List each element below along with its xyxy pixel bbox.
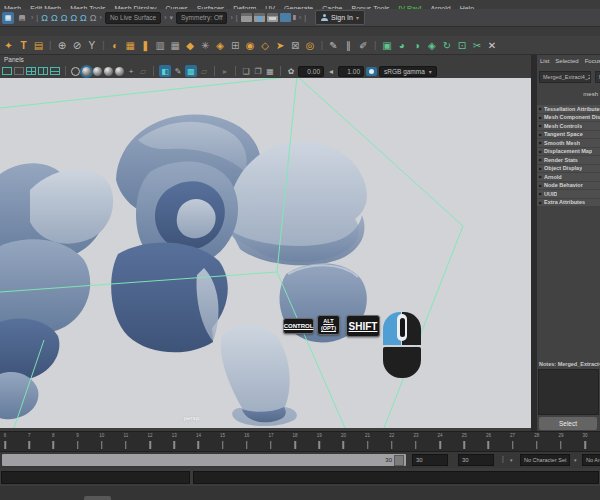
boolean-difference-icon[interactable]: ◕ (395, 38, 408, 53)
ae-menu-focus[interactable]: Focus (585, 58, 600, 64)
grease-pencil-icon[interactable]: ▱ (199, 67, 209, 76)
ae-section-uuid[interactable]: ▶UUID (537, 190, 600, 198)
ae-menu-selected[interactable]: Selected (555, 58, 578, 64)
shadows-icon[interactable] (115, 67, 124, 76)
exposure-field[interactable]: 0.00 (298, 66, 324, 77)
snap-to-view-plane-icon[interactable]: Ω (80, 12, 87, 24)
chevron-down-icon[interactable]: ▾ (510, 457, 513, 463)
isolate-select-icon[interactable]: ◧ (159, 65, 171, 77)
range-slider-bar[interactable]: 30 (2, 454, 406, 466)
ae-menu-list[interactable]: List (540, 58, 549, 64)
joint-tool-icon[interactable]: ⊕ (55, 38, 68, 53)
mash-drop-icon[interactable]: ◆ (184, 38, 197, 53)
single-pane-layout-icon[interactable] (2, 67, 12, 75)
menu-item[interactable]: Curves (166, 2, 188, 10)
mash-dynamics-icon[interactable]: ❚ (139, 38, 152, 53)
chevron-down-icon[interactable]: ▾ (170, 14, 174, 22)
bookmark-add-icon[interactable]: ❐ (253, 67, 263, 76)
menu-item[interactable]: Edit Mesh (30, 2, 61, 10)
sketch-curve-icon[interactable]: ✐ (357, 38, 370, 53)
group-collapse-icon[interactable]: › (31, 14, 33, 21)
menu-item[interactable]: Bonus Tools (351, 2, 389, 10)
ae-section-tessellation-attributes[interactable]: ▶Tessellation Attributes (537, 105, 600, 113)
character-set-dropdown[interactable]: No Character Set (520, 454, 570, 466)
make-live-icon[interactable]: Ω (90, 12, 97, 24)
ae-section-node-behavior[interactable]: ▶Node Behavior (537, 182, 600, 190)
bookmark-icon[interactable]: ❏ (241, 67, 251, 76)
symmetry-field[interactable]: Symmetry: Off (176, 12, 227, 24)
chevron-right-icon[interactable]: › (230, 14, 232, 21)
live-surface-field[interactable]: No Live Surface (105, 12, 161, 24)
menu-item[interactable]: Help (460, 2, 474, 10)
mash-frame-icon[interactable]: ⊠ (289, 38, 302, 53)
xray-mode-icon[interactable]: ▱ (138, 67, 148, 76)
skeleton-icon[interactable]: Y (85, 38, 98, 53)
ae-tab[interactable]: Merged_Extract4_2 (539, 71, 591, 83)
shaded-mode-icon[interactable] (82, 67, 91, 76)
delete-component-icon[interactable]: ✕ (485, 38, 498, 53)
time-slider[interactable]: 6789101112131415161718192021222324252627… (0, 431, 600, 452)
boolean-union-icon[interactable]: ▣ (380, 38, 393, 53)
four-pane-layout-icon[interactable] (26, 67, 36, 75)
camera-select-icon[interactable]: ▸ (220, 67, 230, 76)
select-by-object-icon[interactable]: ▦ (2, 12, 14, 24)
mash-world-icon[interactable]: ◎ (304, 38, 317, 53)
multi-cut-icon[interactable]: ✂ (470, 38, 483, 53)
texture-view-icon[interactable]: ▩ (185, 65, 197, 77)
mash-repro-icon[interactable]: ▦ (169, 38, 182, 53)
mash-grid-icon[interactable]: ▥ (154, 38, 167, 53)
mash-transform-icon[interactable]: ◇ (259, 38, 272, 53)
exposure-icon[interactable]: ✿ (286, 67, 296, 76)
mash-network-icon[interactable]: ◐ (109, 38, 122, 53)
ae-section-object-display[interactable]: ▶Object Display (537, 165, 600, 173)
ae-section-arnold[interactable]: ▶Arnold (537, 173, 600, 181)
chevron-down-icon[interactable]: ▾ (574, 457, 577, 463)
chevron-right-icon[interactable]: › (100, 14, 102, 21)
group-collapse-icon[interactable]: › (164, 14, 166, 21)
paint-mode-icon[interactable]: ✎ (173, 67, 183, 76)
playback-end-field[interactable]: 30 (412, 454, 448, 466)
ae-section-extra-attributes[interactable]: ▶Extra Attributes (537, 199, 600, 207)
remesh-icon[interactable]: ◈ (425, 38, 438, 53)
snap-to-point-icon[interactable]: Ω (61, 12, 68, 24)
menu-item[interactable]: Arnold (430, 2, 450, 10)
menu-item[interactable]: Mesh Tools (70, 2, 105, 10)
ae-section-displacement-map[interactable]: ▶Displacement Map (537, 148, 600, 156)
pause-icon[interactable]: ‖ (293, 13, 296, 22)
ipr-render-icon[interactable] (254, 13, 265, 22)
ik-handle-tool-icon[interactable]: ⊘ (70, 38, 83, 53)
select-by-component-icon[interactable]: ▤ (16, 12, 28, 24)
shaded-textured-mode-icon[interactable] (93, 67, 102, 76)
menu-item[interactable]: Surfaces (197, 2, 225, 10)
two-pane-layout-icon[interactable] (14, 67, 24, 75)
command-line-input[interactable] (1, 471, 190, 484)
curve-pencil-icon[interactable]: ✎ (327, 38, 340, 53)
menu-item[interactable]: Mesh Display (115, 2, 157, 10)
gamma-icon[interactable]: ◂ (326, 67, 336, 76)
mash-flow-icon[interactable]: ➤ (274, 38, 287, 53)
ae-select-button[interactable]: Select (539, 417, 597, 430)
sign-in-button[interactable]: Sign In ▾ (315, 10, 365, 25)
menu-item[interactable]: Cache (322, 2, 342, 10)
gamma-toggle-icon[interactable] (366, 67, 377, 76)
render-settings-icon[interactable] (280, 13, 291, 22)
menu-item[interactable]: Generate (284, 2, 313, 10)
ae-tab[interactable]: M (595, 71, 600, 83)
reduce-icon[interactable]: ⊡ (455, 38, 468, 53)
menu-item[interactable]: Mesh (4, 2, 21, 10)
menu-item[interactable]: [V-Ray] (398, 2, 421, 10)
rose-model[interactable] (0, 115, 367, 427)
boolean-intersection-icon[interactable]: ◑ (410, 38, 423, 53)
default-light-icon[interactable]: + (126, 67, 136, 76)
animation-end-field[interactable]: 30 (458, 454, 494, 466)
mash-hex-icon[interactable]: ◈ (214, 38, 227, 53)
snap-to-curve-icon[interactable]: Ω (51, 12, 58, 24)
type-tool-icon[interactable]: T (17, 38, 30, 53)
ae-notes-field[interactable] (538, 369, 599, 415)
split-pane-layout-icon[interactable] (38, 67, 48, 75)
mash-scatter-icon[interactable]: ✳ (199, 38, 212, 53)
panels-menu[interactable]: Panels (0, 55, 531, 64)
bottom-tab-handle[interactable] (84, 496, 111, 500)
retopologize-icon[interactable]: ↻ (440, 38, 453, 53)
anim-layer-dropdown[interactable]: No An (582, 454, 600, 466)
